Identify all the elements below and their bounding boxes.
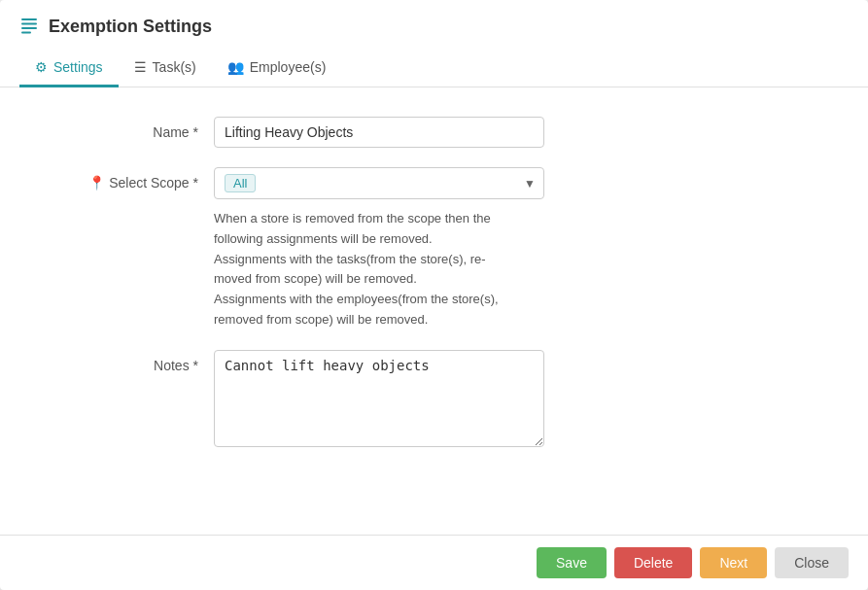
tab-tasks[interactable]: ☰ Task(s) (119, 50, 212, 87)
svg-rect-2 (21, 27, 37, 29)
scope-info-line1: When a store is removed from the scope t… (214, 211, 491, 226)
name-form-group: Name * (19, 117, 849, 148)
tab-employees[interactable]: 👥 Employee(s) (212, 50, 342, 87)
scope-container: All ▼ When a store is removed from the s… (214, 167, 544, 330)
scope-info-line5: Assignments with the employees(from the … (214, 292, 499, 306)
scope-select[interactable]: All ▼ (214, 167, 544, 199)
notes-form-group: Notes * Cannot lift heavy objects (19, 350, 849, 447)
notes-label: Notes * (19, 350, 214, 373)
save-button[interactable]: Save (537, 547, 607, 578)
scope-info: When a store is removed from the scope t… (214, 209, 544, 330)
exemption-settings-modal: Exemption Settings ⚙ Settings ☰ Task(s) … (0, 0, 868, 590)
modal-footer: Save Delete Next Close (0, 535, 868, 590)
scope-all-tag: All (225, 174, 256, 192)
modal-header: Exemption Settings (0, 0, 868, 38)
scope-info-line4: moved from scope) will be removed. (214, 271, 417, 286)
scope-label: Select Scope * (109, 175, 198, 191)
notes-textarea[interactable]: Cannot lift heavy objects (214, 350, 544, 447)
scope-info-line2: following assignments will be removed. (214, 231, 433, 246)
scope-info-line6: removed from scope) will be removed. (214, 312, 428, 327)
name-input[interactable] (214, 117, 544, 148)
tab-employees-label: Employee(s) (250, 59, 327, 75)
pin-icon: 📍 (88, 175, 105, 191)
chevron-down-icon: ▼ (524, 177, 536, 191)
scope-select-wrapper: All ▼ (214, 167, 544, 199)
modal-body: Name * 📍 Select Scope * All ▼ When a sto… (0, 87, 868, 535)
close-button[interactable]: Close (775, 547, 849, 578)
tab-settings[interactable]: ⚙ Settings (19, 50, 119, 87)
employees-icon: 👥 (227, 59, 244, 75)
tab-tasks-label: Task(s) (153, 59, 196, 75)
delete-button[interactable]: Delete (614, 547, 692, 578)
svg-rect-0 (21, 18, 37, 20)
scope-info-line3: Assignments with the tasks(from the stor… (214, 252, 486, 266)
svg-rect-3 (21, 32, 31, 34)
tab-settings-label: Settings (53, 59, 103, 75)
scope-label-wrapper: 📍 Select Scope * (19, 167, 214, 191)
list-icon (19, 16, 39, 38)
svg-rect-1 (21, 23, 37, 25)
next-button[interactable]: Next (700, 547, 767, 578)
tasks-icon: ☰ (134, 59, 147, 75)
modal-title: Exemption Settings (49, 17, 212, 37)
scope-form-group: 📍 Select Scope * All ▼ When a store is r… (19, 167, 849, 330)
gear-icon: ⚙ (35, 59, 48, 75)
name-label: Name * (19, 117, 214, 140)
tabs-container: ⚙ Settings ☰ Task(s) 👥 Employee(s) (0, 50, 868, 87)
